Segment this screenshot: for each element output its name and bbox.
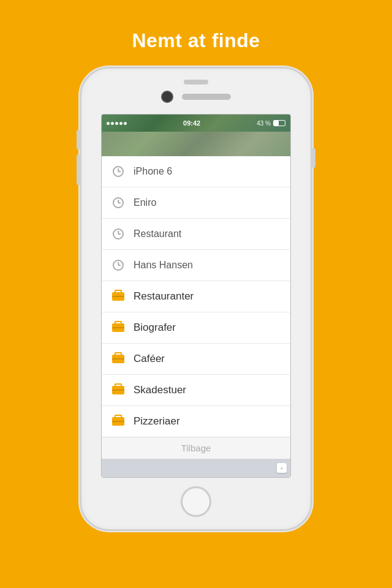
status-bar: 09:42 43 %: [102, 115, 290, 132]
clock-icon: [111, 196, 125, 209]
list-item-label: Hans Hansen: [134, 260, 193, 271]
briefcase-icon: [111, 290, 125, 303]
list-item-label: Pizzeriaer: [134, 415, 180, 428]
list-item-label: Caféer: [134, 353, 165, 365]
list-item-label: Biografer: [134, 322, 176, 334]
phone-screen: 09:42 43 % iPhone 6: [101, 114, 291, 478]
list-item-label: Eniro: [134, 197, 156, 208]
back-button[interactable]: Tilbage: [181, 443, 211, 453]
map-area[interactable]: [102, 132, 290, 156]
list-item-label: Skadestuer: [134, 384, 186, 396]
clock-icon: [111, 227, 125, 241]
list-item[interactable]: Hans Hansen: [102, 250, 290, 281]
phone-side-buttons-left: [77, 130, 80, 185]
page-title: Nemt at finde: [132, 29, 260, 52]
briefcase-icon: [111, 321, 125, 334]
list-item-label: Restauranter: [134, 290, 194, 303]
list-item[interactable]: Biografer: [102, 312, 290, 344]
list-item[interactable]: iPhone 6: [102, 156, 290, 187]
status-time: 09:42: [183, 119, 200, 127]
status-right: 43 %: [257, 120, 285, 127]
clock-icon: [111, 258, 125, 272]
list-item[interactable]: Restaurant: [102, 219, 290, 250]
bottom-bar: Tilbage: [102, 437, 290, 459]
top-speaker: [184, 80, 208, 85]
keyboard-area: ◦: [102, 459, 291, 477]
list-item[interactable]: Eniro: [102, 187, 290, 219]
battery-percent: 43 %: [257, 120, 271, 127]
clock-icon: [111, 165, 125, 178]
list-item[interactable]: Caféer: [102, 344, 290, 375]
briefcase-icon: [111, 415, 125, 428]
list-item-label: iPhone 6: [134, 166, 172, 177]
power-button[interactable]: [312, 148, 315, 168]
list-item[interactable]: Skadestuer: [102, 375, 290, 406]
phone-side-button-right: [312, 148, 315, 168]
battery-icon: [273, 120, 285, 126]
volume-down-button[interactable]: [77, 154, 80, 185]
list-item-label: Restaurant: [134, 228, 181, 239]
list-item[interactable]: Restauranter: [102, 281, 290, 312]
earpiece-speaker: [182, 94, 231, 100]
briefcase-icon: [111, 383, 125, 397]
front-camera: [161, 91, 173, 103]
signal-indicator: [107, 122, 127, 125]
camera-row: [161, 91, 231, 103]
search-list: iPhone 6 Eniro Restaurant: [102, 156, 290, 437]
home-button[interactable]: [181, 486, 211, 517]
briefcase-icon: [111, 352, 125, 366]
phone-top-bezel: [81, 69, 311, 114]
keyboard-key[interactable]: ◦: [277, 463, 287, 473]
volume-up-button[interactable]: [77, 130, 80, 149]
list-item[interactable]: Pizzeriaer: [102, 406, 290, 437]
phone-device: 09:42 43 % iPhone 6: [80, 67, 312, 531]
